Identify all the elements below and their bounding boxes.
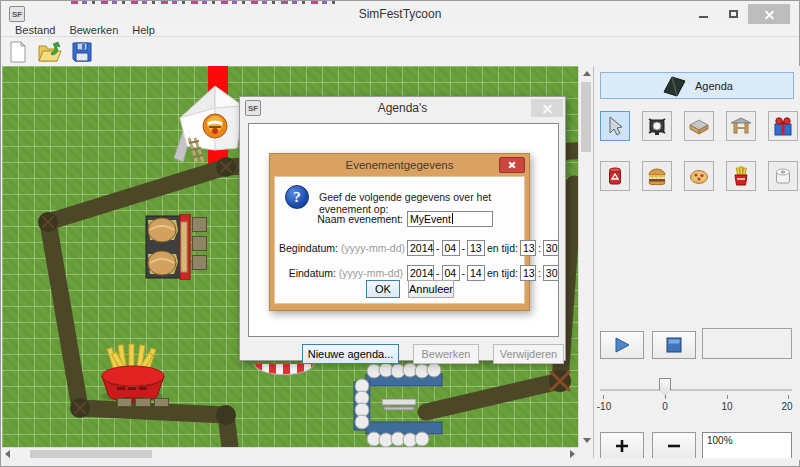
close-icon xyxy=(508,161,516,169)
bench-row[interactable] xyxy=(192,217,207,275)
menu-bar: Bestand Bewerken Help xyxy=(2,24,798,37)
menu-help[interactable]: Help xyxy=(125,24,162,36)
stall-icon xyxy=(730,115,752,137)
speed-slider-track[interactable] xyxy=(600,389,792,391)
sidebar: Agenda xyxy=(593,66,800,460)
gift-icon xyxy=(772,115,794,137)
date-separator: - xyxy=(434,267,442,279)
event-dialog: Evenementgegevens ? Geef de volgende geg… xyxy=(269,153,530,311)
tool-stall[interactable] xyxy=(726,111,756,141)
zoom-in-button[interactable] xyxy=(600,432,644,460)
scroll-left-icon[interactable] xyxy=(5,450,10,458)
plus-icon xyxy=(614,438,630,454)
end-day-field[interactable]: 14 xyxy=(467,265,485,281)
barrel-fence[interactable] xyxy=(352,362,444,447)
event-name-value: MyEvent xyxy=(410,213,451,225)
speed-display-panel xyxy=(702,328,792,359)
spotlight-icon xyxy=(646,115,668,137)
vertical-scroll-thumb[interactable] xyxy=(581,82,591,152)
menu-bestand[interactable]: Bestand xyxy=(8,24,62,36)
begin-date-label: Begindatum: (yyyy-mm-dd) xyxy=(279,242,403,254)
end-hour-field[interactable]: 13 xyxy=(520,265,536,281)
close-icon xyxy=(542,103,553,114)
map-vertical-scrollbar[interactable] xyxy=(578,66,593,447)
slider-tick xyxy=(603,395,604,399)
new-file-icon xyxy=(8,41,28,63)
slider-tick xyxy=(788,395,789,399)
end-month-field[interactable]: 04 xyxy=(442,265,460,281)
tool-gift[interactable] xyxy=(768,111,798,141)
scroll-up-icon[interactable] xyxy=(583,71,591,76)
text-caret xyxy=(452,213,453,224)
agenda-button[interactable]: Agenda xyxy=(600,72,794,99)
tool-toilet-roll[interactable] xyxy=(768,161,798,191)
window-bottom-edge xyxy=(2,458,798,465)
new-agenda-button[interactable]: Nieuwe agenda... xyxy=(302,344,399,364)
close-button[interactable] xyxy=(748,4,790,24)
new-file-button[interactable] xyxy=(6,40,30,64)
question-icon: ? xyxy=(285,185,309,209)
event-close-button[interactable] xyxy=(499,157,525,173)
date-format-hint: (yyyy-mm-dd) xyxy=(339,267,403,279)
play-button[interactable] xyxy=(600,331,644,359)
cursor-icon xyxy=(604,115,626,137)
agenda-book-icon xyxy=(661,75,687,97)
begin-minute-field[interactable]: 30 xyxy=(543,240,559,256)
begin-hour-field[interactable]: 13 xyxy=(520,240,536,256)
burger-icon xyxy=(646,165,668,187)
toilet-roll-icon xyxy=(772,165,794,187)
agendas-close-button[interactable] xyxy=(531,99,563,117)
open-file-button[interactable] xyxy=(38,40,62,64)
zoom-out-button[interactable] xyxy=(652,432,696,460)
event-name-field[interactable]: MyEvent xyxy=(407,211,493,227)
picnic-bench[interactable] xyxy=(185,136,205,164)
end-year-field[interactable]: 2014 xyxy=(407,265,434,281)
date-separator: - xyxy=(460,267,468,279)
play-icon xyxy=(613,336,631,354)
slider-label-ten: 10 xyxy=(721,401,732,412)
bench-row[interactable] xyxy=(117,398,169,407)
minus-icon xyxy=(666,438,682,454)
maximize-button[interactable] xyxy=(718,4,748,24)
slider-tick xyxy=(665,395,666,399)
tool-burger[interactable] xyxy=(642,161,672,191)
festival-tent[interactable] xyxy=(172,80,244,162)
menu-bewerken[interactable]: Bewerken xyxy=(62,24,125,36)
minimize-button[interactable] xyxy=(688,4,718,24)
begin-day-field[interactable]: 13 xyxy=(467,240,485,256)
event-dialog-title: Evenementgegevens xyxy=(270,159,529,171)
tool-trashcan[interactable] xyxy=(600,161,630,191)
edit-agenda-button[interactable]: Bewerken xyxy=(413,344,479,364)
close-icon xyxy=(764,9,775,20)
stop-icon xyxy=(666,337,682,353)
end-time-label: en tijd: xyxy=(485,267,520,279)
tool-pizza[interactable] xyxy=(684,161,714,191)
event-end-row: Eindatum: (yyyy-mm-dd) 2014 - 04 - 14 en… xyxy=(279,264,522,281)
trashcan-icon xyxy=(604,165,626,187)
scroll-down-icon[interactable] xyxy=(583,438,591,443)
fries-stand[interactable] xyxy=(95,344,171,404)
app-window: SF SimFestTycoon Bestand Bewerken Help xyxy=(0,0,800,467)
cancel-button[interactable]: Annuleer xyxy=(408,280,454,298)
title-bar: SF SimFestTycoon xyxy=(2,4,798,24)
tool-fries[interactable] xyxy=(726,161,756,191)
burger-stand[interactable] xyxy=(144,214,192,280)
delete-agenda-button[interactable]: Verwijderen xyxy=(493,344,564,364)
ok-button[interactable]: OK xyxy=(366,280,400,298)
begin-month-field[interactable]: 04 xyxy=(442,240,460,256)
pizza-icon xyxy=(688,165,710,187)
agenda-button-label: Agenda xyxy=(695,80,733,92)
fries-icon xyxy=(730,165,752,187)
tool-spotlight[interactable] xyxy=(642,111,672,141)
tool-select[interactable] xyxy=(600,111,630,141)
event-name-label: Naam evenement: xyxy=(279,213,403,225)
stop-button[interactable] xyxy=(652,331,696,359)
tool-stage[interactable] xyxy=(684,111,714,141)
begin-year-field[interactable]: 2014 xyxy=(407,240,434,256)
save-file-button[interactable] xyxy=(70,40,94,64)
end-minute-field[interactable]: 30 xyxy=(543,265,559,281)
scroll-right-icon[interactable] xyxy=(570,450,575,458)
zoom-level-field[interactable]: 100% xyxy=(702,432,792,460)
time-separator: : xyxy=(536,242,543,254)
end-date-label: Eindatum: (yyyy-mm-dd) xyxy=(279,267,403,279)
